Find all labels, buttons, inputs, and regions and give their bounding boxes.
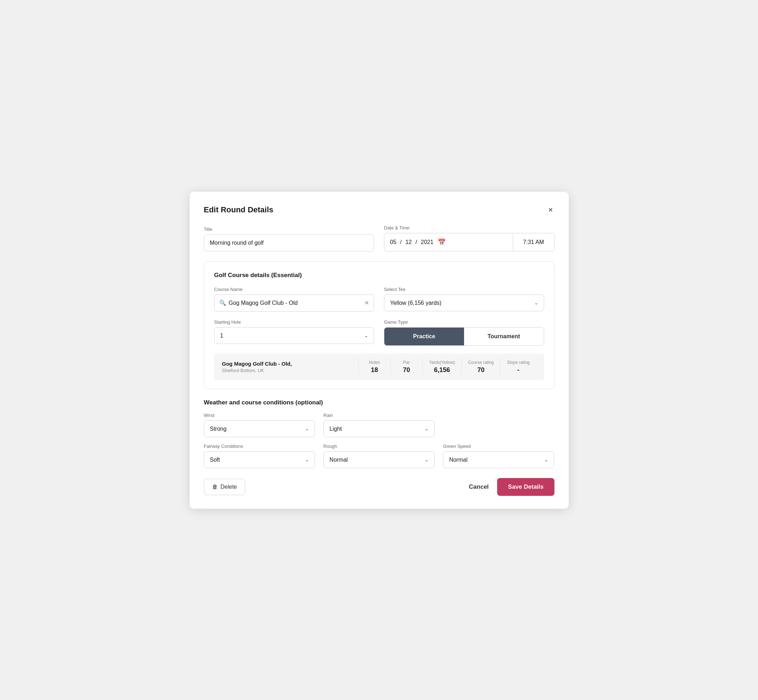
date-month: 05 — [390, 239, 396, 245]
yards-value: 6,156 — [434, 366, 450, 374]
holes-stat: Holes 18 — [359, 360, 390, 374]
slope-rating-value: - — [517, 366, 519, 374]
date-year: 2021 — [421, 239, 434, 245]
datetime-label: Date & Time — [384, 225, 554, 230]
title-input[interactable] — [204, 234, 374, 252]
yards-label: Yards(Yellow) — [429, 360, 455, 365]
wind-wrap: CalmLightModerateStrongVery Strong ⌄ — [204, 420, 315, 437]
course-info-name: Gog Magog Golf Club - Old, Shelford Bott… — [222, 361, 359, 373]
wind-group: Wind CalmLightModerateStrongVery Strong … — [204, 412, 315, 437]
holes-value: 18 — [371, 366, 378, 374]
select-tee-wrap: Yellow (6,156 yards) White Red Blue ⌄ — [384, 295, 544, 311]
delete-button[interactable]: 🗑 Delete — [204, 479, 245, 495]
green-speed-dropdown[interactable]: SlowNormalFastVery Fast — [443, 452, 554, 468]
course-rating-label: Course rating — [468, 360, 493, 365]
rain-wrap: NoneLightModerateHeavy ⌄ — [324, 420, 434, 437]
game-type-group: Game Type Practice Tournament — [384, 319, 544, 346]
starting-hole-group: Starting Hole 1234 5678 910 ⌄ — [214, 319, 374, 346]
yards-stat: Yards(Yellow) 6,156 — [423, 360, 462, 374]
practice-button[interactable]: Practice — [384, 328, 464, 345]
rain-dropdown[interactable]: NoneLightModerateHeavy — [324, 420, 434, 437]
date-sep2: / — [414, 239, 418, 245]
footer-right: Cancel Save Details — [469, 478, 554, 496]
datetime-row: 05 / 12 / 2021 📅 7:31 AM — [384, 233, 554, 252]
wind-label: Wind — [204, 412, 315, 418]
course-info-name-text: Gog Magog Golf Club - Old, — [222, 361, 359, 367]
save-button[interactable]: Save Details — [497, 478, 554, 496]
par-value: 70 — [403, 366, 410, 374]
wind-dropdown[interactable]: CalmLightModerateStrongVery Strong — [204, 420, 315, 437]
golf-section-title: Golf Course details (Essential) — [214, 272, 544, 279]
weather-section: Weather and course conditions (optional)… — [204, 399, 554, 468]
hole-gametype-row: Starting Hole 1234 5678 910 ⌄ Game Type … — [214, 319, 544, 346]
green-speed-label: Green Speed — [443, 444, 554, 449]
course-name-group: Course Name 🔍 ✕ — [214, 287, 374, 312]
select-tee-label: Select Tee — [384, 287, 544, 292]
fairway-label: Fairway Conditions — [204, 444, 315, 449]
rough-wrap: SoftNormalHardVery Hard ⌄ — [324, 452, 434, 468]
weather-section-title: Weather and course conditions (optional) — [204, 399, 554, 406]
top-row: Title Date & Time 05 / 12 / 2021 📅 7:31 … — [204, 225, 554, 252]
title-label: Title — [204, 227, 374, 232]
fairway-group: Fairway Conditions SoftNormalHardVery Ha… — [204, 444, 315, 468]
game-type-label: Game Type — [384, 319, 544, 325]
delete-label: Delete — [221, 484, 237, 490]
fairway-dropdown[interactable]: SoftNormalHardVery Hard — [204, 452, 315, 468]
modal-footer: 🗑 Delete Cancel Save Details — [204, 478, 554, 496]
course-name-label: Course Name — [214, 287, 374, 292]
course-input-wrap: 🔍 ✕ — [214, 295, 374, 312]
modal-title: Edit Round Details — [204, 205, 274, 214]
rough-group: Rough SoftNormalHardVery Hard ⌄ — [324, 444, 434, 468]
green-speed-wrap: SlowNormalFastVery Fast ⌄ — [443, 452, 554, 468]
slope-rating-label: Slope rating — [507, 360, 529, 365]
close-button[interactable]: × — [547, 205, 554, 215]
game-type-toggle: Practice Tournament — [384, 327, 544, 346]
datetime-field-group: Date & Time 05 / 12 / 2021 📅 7:31 AM — [384, 225, 554, 252]
par-stat: Par 70 — [390, 360, 423, 374]
time-value: 7:31 AM — [523, 239, 544, 245]
golf-course-section: Golf Course details (Essential) Course N… — [204, 261, 554, 389]
date-part[interactable]: 05 / 12 / 2021 📅 — [384, 233, 513, 251]
time-part[interactable]: 7:31 AM — [513, 233, 554, 251]
edit-round-modal: Edit Round Details × Title Date & Time 0… — [190, 192, 568, 509]
rough-label: Rough — [324, 444, 434, 449]
course-info-location: Shelford Bottom, UK — [222, 368, 359, 373]
course-tee-row: Course Name 🔍 ✕ Select Tee Yellow (6,156… — [214, 287, 544, 312]
date-day: 12 — [405, 239, 412, 245]
course-name-input[interactable] — [214, 295, 374, 312]
rough-dropdown[interactable]: SoftNormalHardVery Hard — [324, 452, 434, 468]
course-rating-value: 70 — [477, 366, 484, 374]
cancel-button[interactable]: Cancel — [469, 483, 489, 491]
rain-group: Rain NoneLightModerateHeavy ⌄ — [324, 412, 434, 437]
course-clear-button[interactable]: ✕ — [365, 300, 369, 306]
holes-label: Holes — [369, 360, 380, 365]
starting-hole-wrap: 1234 5678 910 ⌄ — [214, 327, 374, 344]
select-tee-group: Select Tee Yellow (6,156 yards) White Re… — [384, 287, 544, 312]
conditions-row: Fairway Conditions SoftNormalHardVery Ha… — [204, 444, 554, 468]
modal-header: Edit Round Details × — [204, 205, 554, 215]
green-speed-group: Green Speed SlowNormalFastVery Fast ⌄ — [443, 444, 554, 468]
slope-rating-stat: Slope rating - — [500, 360, 536, 374]
trash-icon: 🗑 — [212, 484, 218, 490]
select-tee-dropdown[interactable]: Yellow (6,156 yards) White Red Blue — [384, 295, 544, 311]
title-field-group: Title — [204, 227, 374, 252]
tournament-button[interactable]: Tournament — [464, 328, 544, 345]
wind-rain-row: Wind CalmLightModerateStrongVery Strong … — [204, 412, 554, 437]
starting-hole-dropdown[interactable]: 1234 5678 910 — [214, 327, 374, 344]
calendar-icon: 📅 — [438, 238, 446, 246]
rain-label: Rain — [324, 412, 434, 418]
course-rating-stat: Course rating 70 — [461, 360, 500, 374]
par-label: Par — [403, 360, 410, 365]
course-info-row: Gog Magog Golf Club - Old, Shelford Bott… — [214, 353, 544, 380]
starting-hole-label: Starting Hole — [214, 319, 374, 325]
fairway-wrap: SoftNormalHardVery Hard ⌄ — [204, 452, 315, 468]
date-sep1: / — [399, 239, 403, 245]
